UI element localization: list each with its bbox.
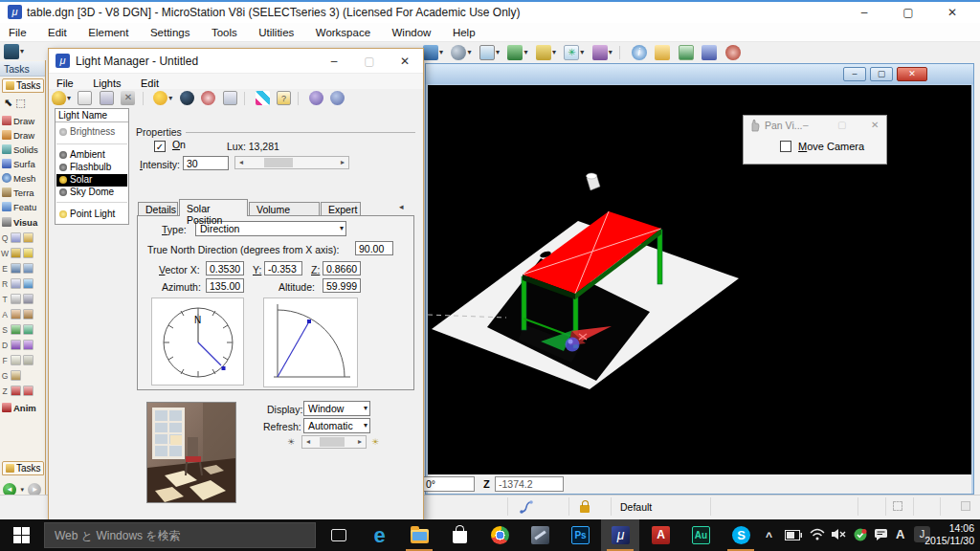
acrobat-button[interactable]: A <box>641 519 679 551</box>
dropdown-arrow-icon[interactable]: ▾ <box>496 48 500 56</box>
menu-tools[interactable]: Tools <box>203 24 246 38</box>
light-item-flashbulb[interactable]: Flashbulb <box>56 162 127 174</box>
tray-expand-icon[interactable]: ^ <box>766 530 772 543</box>
tray-sync-icon[interactable] <box>854 528 867 541</box>
light-item-ambient[interactable]: Ambient <box>56 149 127 162</box>
tool-icon[interactable] <box>11 370 21 381</box>
render-sphere-a-icon[interactable] <box>309 91 323 105</box>
slider-thumb[interactable] <box>320 437 345 447</box>
tab-volume-effects[interactable]: Volume Effects <box>249 202 320 216</box>
slider-left-arrow-icon[interactable]: ◂ <box>235 157 247 168</box>
tab-scroll-left-icon[interactable]: ◂ <box>399 202 404 211</box>
light-item-solar[interactable]: Solar <box>56 174 127 187</box>
sidebar-item-mesh[interactable]: Mesh <box>2 173 46 187</box>
shortcut-row-q[interactable]: Q <box>1 232 46 246</box>
tab-details[interactable]: Details <box>138 202 178 216</box>
render-cancel-icon[interactable] <box>725 45 741 60</box>
tool-icon[interactable] <box>11 278 21 289</box>
explorer-search-icon[interactable] <box>655 45 670 60</box>
view-display-mode-icon[interactable] <box>423 45 438 60</box>
chrome-button[interactable] <box>480 519 519 551</box>
menu-element[interactable]: Element <box>79 24 137 38</box>
refresh-dropdown[interactable]: Automatic▾ <box>303 418 370 433</box>
intensity-slider[interactable]: ◂ ▸ <box>234 156 349 169</box>
info-panel-icon[interactable]: ? <box>277 91 291 105</box>
view-minimize-button[interactable]: – <box>843 67 866 81</box>
taskbar-clock[interactable]: 14:06 2015/11/30 <box>924 522 974 547</box>
menu-edit[interactable]: Edit <box>39 24 76 38</box>
sidebar-item-drawing[interactable]: Draw <box>2 116 46 129</box>
azimuth-compass-widget[interactable]: N <box>151 298 244 386</box>
sidebar-item-solids[interactable]: Solids <box>2 144 46 158</box>
vector-y-input[interactable]: -0.353 <box>264 261 302 276</box>
element-selection-icon[interactable] <box>4 44 19 59</box>
altitude-quadrant-widget[interactable] <box>263 298 358 387</box>
dropdown-arrow-icon[interactable]: ▾ <box>467 48 471 56</box>
scene-icon[interactable] <box>592 45 608 60</box>
start-button[interactable] <box>0 519 44 551</box>
lm-menu-edit[interactable]: Edit <box>133 77 167 89</box>
sidebar-item-surface[interactable]: Surfa <box>2 159 46 172</box>
menu-window[interactable]: Window <box>384 24 440 38</box>
spreadsheet-icon[interactable] <box>679 45 694 60</box>
sidebar-item-terrain[interactable]: Terra <box>2 187 46 201</box>
tray-notification-icon[interactable] <box>874 528 888 541</box>
grid-tool-icon[interactable] <box>702 45 717 60</box>
dropdown-arrow-icon[interactable]: ▾ <box>20 47 24 55</box>
vector-x-input[interactable]: 0.3530 <box>206 261 244 276</box>
status-misc-icon[interactable] <box>961 501 970 511</box>
tab-solar-position[interactable]: Solar Position <box>179 199 248 216</box>
pan-maximize-button[interactable]: ▢ <box>837 120 846 130</box>
tool-icon[interactable] <box>11 263 21 274</box>
app-close-button[interactable]: ✕ <box>936 3 969 22</box>
lock-icon[interactable] <box>580 505 590 513</box>
tool-icon[interactable] <box>23 278 33 289</box>
lm-close-button[interactable]: ✕ <box>390 52 419 71</box>
selection-set-icon[interactable] <box>893 501 902 511</box>
preview-brightness-slider[interactable]: ◂ ▸ <box>301 435 367 449</box>
tasks-bottom-tab[interactable]: Tasks <box>2 461 44 475</box>
tasks-top-tab[interactable]: Tasks <box>2 78 44 93</box>
menu-workspace[interactable]: Workspace <box>307 24 379 38</box>
shortcut-row-g[interactable]: G <box>1 370 46 384</box>
tool-icon[interactable] <box>23 386 33 396</box>
skype-button[interactable]: S <box>722 519 760 551</box>
shortcut-row-d[interactable]: D <box>1 340 46 353</box>
vector-z-input[interactable]: 0.8660 <box>323 261 361 276</box>
slider-left-arrow-icon[interactable]: ◂ <box>302 436 314 448</box>
nav-back-dropdown-icon[interactable]: ▾ <box>20 486 24 493</box>
tool-icon[interactable] <box>11 386 21 396</box>
app-maximize-button[interactable]: ▢ <box>892 3 924 22</box>
globe-icon[interactable] <box>180 91 194 105</box>
effects-icon[interactable]: ✳ <box>564 45 579 60</box>
pan-close-button[interactable]: ✕ <box>871 120 879 130</box>
shortcut-row-f[interactable]: F <box>1 355 46 368</box>
tool-icon[interactable] <box>23 294 33 304</box>
view-close-button[interactable]: ✕ <box>897 67 927 81</box>
tool-icon[interactable] <box>23 232 33 243</box>
altitude-input[interactable]: 59.999 <box>323 278 361 293</box>
taskbar-search-input[interactable] <box>44 522 316 548</box>
edge-button[interactable]: e <box>360 519 398 551</box>
place-window-icon[interactable] <box>223 91 237 105</box>
new-file-icon[interactable] <box>78 91 92 105</box>
sidebar-item-animation[interactable]: Anim <box>2 403 46 416</box>
tool-icon[interactable] <box>11 294 21 304</box>
render-sphere-icon[interactable] <box>451 45 466 60</box>
tool-icon[interactable] <box>11 324 21 335</box>
menu-file[interactable]: File <box>0 24 35 38</box>
shortcut-row-z[interactable]: Z <box>1 386 46 399</box>
sun-light-icon[interactable] <box>153 91 167 105</box>
slider-right-arrow-icon[interactable]: ▸ <box>337 157 348 168</box>
tasks-panel-header[interactable]: Tasks <box>0 61 45 77</box>
render-sphere-b-icon[interactable] <box>330 91 345 105</box>
pan-minimize-button[interactable]: – <box>803 120 809 130</box>
sidebar-item-feature[interactable]: Featu <box>2 202 46 215</box>
light-item-point-light[interactable]: Point Light <box>56 209 127 221</box>
dropdown-arrow-icon[interactable]: ▾ <box>439 48 443 56</box>
tool-icon[interactable] <box>11 355 21 365</box>
light-list-header[interactable]: Light Name <box>56 109 128 122</box>
tray-volume-muted-icon[interactable] <box>831 528 846 540</box>
dropdown-arrow-icon[interactable]: ▾ <box>67 94 71 102</box>
selection-tools-row[interactable]: ⬉ ⬚ <box>4 97 26 109</box>
